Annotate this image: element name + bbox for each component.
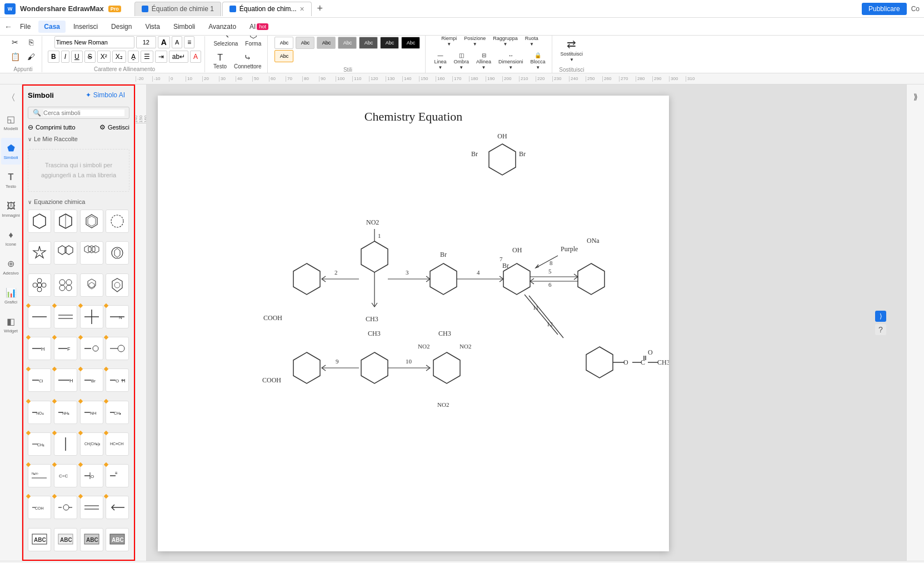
symbol-triple-bond[interactable]: ≡ (106, 464, 129, 487)
symbol-two-hexagons[interactable] (54, 241, 77, 265)
compress-button[interactable]: ⊖ Comprimi tutto (28, 123, 76, 131)
nav-item-adesivo[interactable]: ⊕ Adesivo (1, 253, 21, 280)
symbol-abc-label-3[interactable]: ABC (80, 528, 103, 551)
superscript-button[interactable]: X² (97, 51, 111, 63)
nav-item-widget[interactable]: ◧ Widget (1, 311, 21, 338)
style-abc-1[interactable]: Abc (274, 37, 293, 49)
linea-button[interactable]: — Linea ▼ (431, 51, 449, 72)
posizione-button[interactable]: ⊞ Posizione ▼ (461, 36, 488, 48)
indent-button[interactable]: ⇥ (155, 51, 167, 63)
menu-inserisci[interactable]: Inserisci (68, 21, 103, 33)
symbol-cross-bond[interactable] (80, 305, 103, 328)
publish-button[interactable]: Pubblicare (862, 3, 907, 15)
symbol-cc-double[interactable]: C=C (54, 464, 77, 487)
menu-ai[interactable]: AI hot (244, 21, 274, 33)
subscript-button[interactable]: X₂ (112, 51, 126, 63)
symbol-nh2[interactable]: NH₂ (54, 401, 77, 424)
style-abc-5[interactable]: Abc (359, 37, 378, 49)
format-paint-button[interactable]: 🖌 (24, 51, 38, 63)
font-size-input[interactable] (136, 36, 156, 48)
symbol-nh[interactable]: NH (80, 401, 103, 424)
text-wrap-button[interactable]: ab↵ (169, 51, 188, 63)
symbol-vertical-bond[interactable] (54, 432, 77, 456)
symbol-hexagon-filled[interactable] (54, 210, 77, 233)
nav-back[interactable]: ← (4, 22, 12, 31)
font-color-button[interactable]: A (190, 51, 201, 63)
symbol-circle-dashed[interactable] (106, 210, 129, 233)
allinea-button[interactable]: ⊟ Allinea ▼ (473, 51, 494, 72)
chem-equation-section[interactable]: ∨ Equazione chimica (23, 196, 134, 207)
nav-collapse-button[interactable]: 〈 (4, 91, 18, 104)
symbol-no2[interactable]: NO₂ (28, 401, 51, 424)
style-abc-4[interactable]: Abc (338, 37, 357, 49)
align-button[interactable]: ≡ (184, 36, 194, 48)
menu-file[interactable]: File (14, 21, 36, 33)
symbol-hcch[interactable]: HC≡CH (106, 432, 129, 456)
more-format-button[interactable]: A̱ (128, 51, 139, 63)
cut-button[interactable]: ✂ (8, 36, 22, 48)
nav-item-grafici[interactable]: 📊 Grafici (1, 282, 21, 309)
symbol-chain[interactable] (54, 273, 77, 297)
menu-avanzato[interactable]: Avanzato (203, 21, 242, 33)
ombra-button[interactable]: ◫ Ombra ▼ (451, 51, 472, 72)
font-increase-button[interactable]: A (158, 36, 170, 48)
symbol-hexagon-empty[interactable] (28, 210, 51, 233)
search-bar[interactable]: 🔍 (28, 107, 129, 119)
nav-item-testo[interactable]: T Testo (1, 167, 21, 193)
font-decrease-button[interactable]: A (172, 36, 182, 48)
bold-button[interactable]: B (48, 51, 59, 63)
ruota-button[interactable]: ↻ Ruota ▼ (522, 36, 541, 48)
italic-button[interactable]: I (61, 51, 69, 63)
tab-2[interactable]: Équation de chim... × (222, 2, 312, 16)
strikethrough-button[interactable]: S (84, 51, 96, 63)
symbol-hexagon-ring[interactable] (106, 273, 129, 297)
symbol-double-bond[interactable] (54, 305, 77, 328)
symbol-coh-chain[interactable]: COH (28, 496, 51, 519)
symbol-oh-bond[interactable]: O H (106, 368, 129, 392)
menu-home[interactable]: Casa (38, 21, 66, 33)
style-abc-3[interactable]: Abc (317, 37, 336, 49)
nav-item-simboli[interactable]: ⬟ Simboli (1, 138, 21, 165)
ai-symbol-button[interactable]: ✦ Simbolo AI (81, 89, 129, 101)
symbol-ch3[interactable]: CH₃ (106, 401, 129, 424)
underline-button[interactable]: U (71, 51, 83, 63)
symbol-br-bond[interactable]: Br (80, 368, 103, 392)
right-expand-button[interactable]: ⟫ (908, 89, 923, 104)
symbol-arrow-left[interactable] (106, 496, 129, 519)
symbol-complex-ring[interactable] (106, 241, 129, 265)
symbol-oh-end[interactable] (54, 496, 77, 519)
style-abc-2[interactable]: Abc (296, 37, 314, 49)
list-button[interactable]: ☰ (141, 51, 153, 63)
riempi-button[interactable]: 🪣 Riempi ▼ (438, 36, 459, 48)
tab-2-close[interactable]: × (300, 4, 304, 13)
menu-vista[interactable]: Vista (139, 21, 165, 33)
search-input[interactable] (43, 109, 124, 116)
sostituisci-button[interactable]: ⇄ Sostituisci ▼ (558, 36, 586, 63)
menu-design[interactable]: Design (106, 21, 137, 33)
canvas-area[interactable]: Chemistry Equation OH Br Br (147, 84, 906, 561)
nav-item-icone[interactable]: ♦ Icone (1, 225, 21, 251)
symbol-abc-label-1[interactable]: ABC (28, 528, 51, 551)
my-collections-section[interactable]: ∨ Le Mie Raccolte (23, 133, 134, 145)
copy-button[interactable]: ⎘ (24, 36, 38, 48)
symbol-o-bond[interactable] (80, 337, 103, 360)
gestisci-button[interactable]: ⚙ Gestisci (99, 123, 129, 131)
style-abc-8[interactable]: Abc (274, 50, 293, 62)
symbol-ring-bond[interactable] (106, 337, 129, 360)
forma-button[interactable]: ⬡ Forma (242, 36, 264, 48)
symbol-flower[interactable] (28, 273, 51, 297)
symbol-multi-ring[interactable] (80, 273, 103, 297)
symbol-f-bond[interactable]: F (54, 337, 77, 360)
symbol-o-double[interactable]: O (80, 464, 103, 487)
font-name-input[interactable] (54, 36, 134, 48)
style-abc-7[interactable]: Abc (401, 37, 420, 49)
symbol-abc-label-2[interactable]: ABC (54, 528, 77, 551)
nav-item-immagini[interactable]: 🖼 Immagini (1, 196, 21, 222)
dimensioni-button[interactable]: ↔ Dimensioni ▼ (496, 51, 526, 72)
nav-item-modelli[interactable]: ◱ Modelli (1, 109, 21, 136)
help-button[interactable]: ? (875, 324, 886, 335)
symbol-double-line[interactable] (80, 496, 103, 519)
style-abc-6[interactable]: Abc (380, 37, 399, 49)
symbol-abc-label-4[interactable]: ABC (106, 528, 129, 551)
symbol-hexagon-double[interactable] (80, 210, 103, 233)
